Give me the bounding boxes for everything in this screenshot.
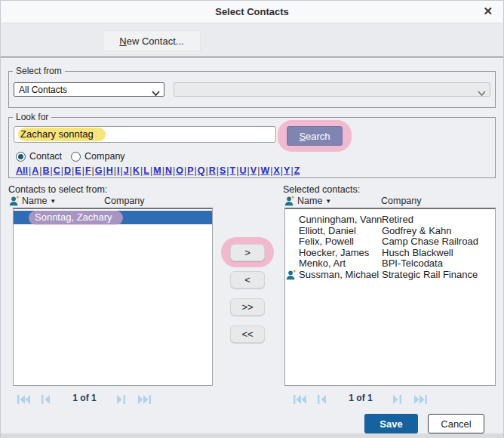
- alphabet-link-d[interactable]: D: [64, 165, 71, 176]
- list-item[interactable]: Cunningham, VannRetired: [285, 214, 495, 226]
- move-left-button[interactable]: <: [230, 271, 265, 288]
- next-page-icon[interactable]: [393, 393, 401, 407]
- first-page-icon[interactable]: [17, 393, 30, 407]
- contact-radio-label: Contact: [29, 151, 62, 162]
- first-page-icon[interactable]: [293, 393, 306, 407]
- contact-radio[interactable]: [16, 152, 26, 162]
- chevron-down-icon: [152, 88, 160, 98]
- left-name-header[interactable]: Name▼: [22, 196, 56, 206]
- alphabet-link-s[interactable]: S: [220, 165, 226, 176]
- alphabet-link-m[interactable]: M: [153, 165, 161, 176]
- contact-company: Camp Chase Railroad: [382, 236, 478, 248]
- left-list-pager: 1 of 1: [8, 389, 214, 407]
- dialog-title: Select Contacts: [1, 6, 503, 17]
- alphabet-link-i[interactable]: I: [117, 165, 119, 176]
- contact-company: BPI-Telcodata: [382, 258, 443, 270]
- contact-company: Godfrey & Kahn: [382, 226, 452, 237]
- contact-name: Menko, Art: [299, 258, 346, 270]
- search-type-radios: Contact Company: [16, 151, 134, 162]
- contact-source-dropdown[interactable]: All Contacts: [14, 82, 164, 97]
- alphabet-link-x[interactable]: X: [273, 165, 279, 176]
- alphabet-link-b[interactable]: B: [43, 165, 50, 176]
- right-company-header[interactable]: Company: [381, 196, 422, 206]
- alphabet-link-a[interactable]: A: [32, 165, 38, 176]
- dialog-toolbar: New Contact...: [1, 24, 503, 57]
- right-pager-text: 1 of 1: [337, 393, 384, 403]
- move-right-button[interactable]: >: [230, 244, 265, 261]
- alphabet-link-h[interactable]: H: [106, 165, 113, 176]
- alphabet-link-n[interactable]: N: [165, 165, 172, 176]
- left-list-label: Contacts to select from:: [8, 184, 107, 195]
- alphabet-link-k[interactable]: K: [133, 165, 140, 176]
- alphabet-link-v[interactable]: V: [250, 165, 257, 176]
- alphabet-link-o[interactable]: O: [176, 165, 183, 176]
- left-company-header[interactable]: Company: [104, 196, 145, 206]
- alphabet-link-j[interactable]: J: [124, 165, 129, 176]
- save-button[interactable]: Save: [364, 414, 418, 433]
- selected-contacts-list[interactable]: Cunningham, VannRetiredElliott, DanielGo…: [284, 208, 496, 386]
- company-radio[interactable]: [71, 152, 81, 162]
- move-all-left-button[interactable]: <<: [230, 325, 265, 343]
- secondary-filter-dropdown[interactable]: [174, 82, 490, 97]
- right-name-header[interactable]: Name▼: [297, 196, 331, 206]
- dialog-bottom-edge: [1, 433, 503, 438]
- dialog-titlebar: Select Contacts ✕: [1, 1, 503, 23]
- contact-source-value: All Contacts: [19, 85, 67, 95]
- alphabet-link-g[interactable]: G: [95, 165, 103, 176]
- list-item[interactable]: Sonntag, Zachary: [14, 211, 212, 224]
- alphabet-link-u[interactable]: U: [240, 165, 247, 176]
- alphabet-link-e[interactable]: E: [75, 165, 81, 176]
- alphabet-link-f[interactable]: F: [85, 165, 91, 176]
- contact-company: Husch Blackwell: [382, 248, 453, 259]
- prev-page-icon[interactable]: [41, 393, 50, 407]
- list-item[interactable]: Hoecker, JamesHusch Blackwell: [285, 248, 495, 259]
- list-item[interactable]: Elliott, DanielGodfrey & Kahn: [285, 226, 495, 237]
- select-contacts-dialog: Select Contacts ✕ New Contact... Select …: [0, 0, 504, 438]
- company-radio-label: Company: [85, 151, 125, 162]
- alphabet-link-z[interactable]: Z: [294, 165, 300, 176]
- alphabet-links: All|A|B|C|D|E|F|G|H|I|J|K|L|M|N|O|P|Q|R|…: [16, 165, 300, 176]
- sort-desc-icon: ▼: [50, 198, 56, 205]
- last-page-icon[interactable]: [138, 393, 151, 407]
- contact-company: Retired: [382, 214, 413, 226]
- alphabet-link-l[interactable]: L: [143, 165, 149, 176]
- select-from-groupbox: Select from All Contacts: [8, 71, 496, 108]
- contacts-to-select-list[interactable]: Sonntag, Zachary: [13, 208, 213, 386]
- close-icon[interactable]: ✕: [483, 5, 493, 18]
- alphabet-link-p[interactable]: P: [187, 165, 193, 176]
- alphabet-link-t[interactable]: T: [230, 165, 236, 176]
- list-item[interactable]: Sussman, MichaelStrategic Rail Finance: [285, 270, 495, 281]
- contact-name: Hoecker, James: [299, 248, 369, 259]
- list-item[interactable]: Felix, PowellCamp Chase Railroad: [285, 236, 495, 248]
- alphabet-link-c[interactable]: C: [54, 165, 60, 176]
- alphabet-link-all[interactable]: All: [16, 165, 28, 176]
- prev-page-icon[interactable]: [318, 393, 326, 407]
- search-button[interactable]: Search: [287, 126, 343, 146]
- contact-name: Elliott, Daniel: [299, 226, 356, 237]
- alphabet-link-q[interactable]: Q: [198, 165, 205, 176]
- new-contact-button[interactable]: New Contact...: [103, 30, 201, 51]
- alphabet-link-y[interactable]: Y: [284, 165, 290, 176]
- cancel-button[interactable]: Cancel: [428, 414, 484, 433]
- search-input[interactable]: Zachary sonntag: [14, 126, 276, 143]
- person-icon: [286, 270, 297, 283]
- list-item[interactable]: Menko, ArtBPI-Telcodata: [285, 258, 495, 270]
- right-list-pager: 1 of 1: [284, 389, 496, 407]
- look-for-groupbox: Look for Zachary sonntag Search Contact …: [8, 117, 496, 178]
- contact-name: Sussman, Michael: [299, 270, 379, 281]
- search-input-value: Zachary sonntag: [18, 128, 106, 141]
- search-highlight-annotation: Search: [278, 120, 352, 152]
- alphabet-link-w[interactable]: W: [260, 165, 269, 176]
- contact-name: Felix, Powell: [299, 236, 354, 248]
- last-page-icon[interactable]: [414, 393, 427, 407]
- chevron-down-icon: [478, 88, 486, 98]
- person-icon: [9, 196, 20, 206]
- left-pager-text: 1 of 1: [61, 393, 108, 403]
- move-all-right-button[interactable]: >>: [230, 298, 265, 316]
- next-page-icon[interactable]: [117, 393, 125, 407]
- person-icon: [284, 196, 296, 206]
- alphabet-link-r[interactable]: R: [209, 165, 216, 176]
- contact-name: Cunningham, Vann: [299, 214, 382, 226]
- right-list-label: Selected contacts:: [283, 184, 360, 195]
- select-from-legend: Select from: [13, 66, 65, 77]
